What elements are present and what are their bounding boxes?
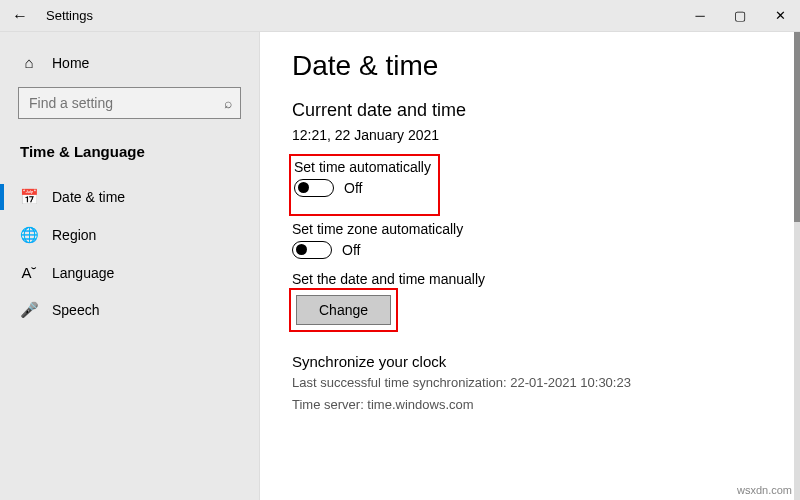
sidebar-item-region[interactable]: 🌐 Region	[0, 216, 259, 254]
sync-server: Time server: time.windows.com	[292, 396, 768, 414]
main-content: Date & time Current date and time 12:21,…	[260, 32, 800, 500]
highlight-set-time-auto: Set time automatically Off	[292, 157, 437, 213]
set-tz-auto-state: Off	[342, 242, 360, 258]
scrollbar-track[interactable]	[794, 32, 800, 500]
globe-icon: 🌐	[20, 226, 38, 244]
search-icon: ⌕	[224, 95, 232, 111]
sidebar-item-language[interactable]: A˘ Language	[0, 254, 259, 291]
search-box[interactable]: ⌕	[18, 87, 241, 119]
change-button[interactable]: Change	[296, 295, 391, 325]
scrollbar-thumb[interactable]	[794, 32, 800, 222]
set-tz-auto-label: Set time zone automatically	[292, 221, 768, 237]
minimize-button[interactable]: ─	[680, 0, 720, 32]
set-time-auto-label: Set time automatically	[294, 159, 431, 175]
calendar-icon: 📅	[20, 188, 38, 206]
sync-title: Synchronize your clock	[292, 353, 768, 370]
sidebar-item-speech[interactable]: 🎤 Speech	[0, 291, 259, 329]
window-title: Settings	[40, 8, 680, 23]
sidebar-category: Time & Language	[0, 137, 259, 178]
window-controls: ─ ▢ ✕	[680, 0, 800, 32]
close-button[interactable]: ✕	[760, 0, 800, 32]
sidebar-item-label: Region	[52, 227, 96, 243]
sidebar-home[interactable]: ⌂ Home	[0, 46, 259, 87]
set-time-auto-state: Off	[344, 180, 362, 196]
watermark: wsxdn.com	[737, 484, 792, 496]
set-time-auto-toggle[interactable]	[294, 179, 334, 197]
set-tz-auto-toggle[interactable]	[292, 241, 332, 259]
sidebar-item-label: Speech	[52, 302, 99, 318]
back-button[interactable]: ←	[0, 7, 40, 25]
microphone-icon: 🎤	[20, 301, 38, 319]
highlight-change-button: Change	[292, 291, 395, 329]
maximize-button[interactable]: ▢	[720, 0, 760, 32]
sidebar-item-date-time[interactable]: 📅 Date & time	[0, 178, 259, 216]
home-icon: ⌂	[20, 54, 38, 71]
sync-last: Last successful time synchronization: 22…	[292, 374, 768, 392]
sidebar-item-label: Date & time	[52, 189, 125, 205]
manual-label: Set the date and time manually	[292, 271, 768, 287]
current-datetime-title: Current date and time	[292, 100, 768, 121]
sidebar-home-label: Home	[52, 55, 89, 71]
language-icon: A˘	[20, 264, 38, 281]
page-title: Date & time	[292, 50, 768, 82]
current-datetime-value: 12:21, 22 January 2021	[292, 127, 768, 143]
search-input[interactable]	[27, 94, 224, 112]
sidebar-item-label: Language	[52, 265, 114, 281]
sidebar: ⌂ Home ⌕ Time & Language 📅 Date & time 🌐…	[0, 32, 260, 500]
titlebar: ← Settings ─ ▢ ✕	[0, 0, 800, 32]
